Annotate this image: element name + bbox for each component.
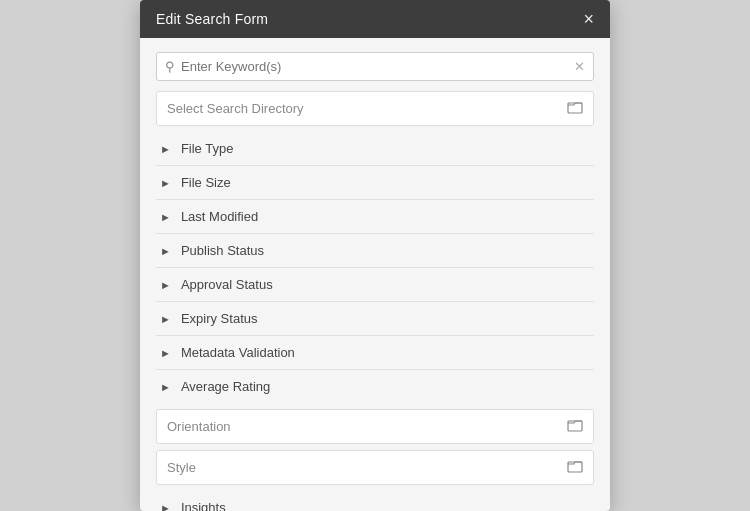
chevron-icon: ► (160, 502, 171, 512)
directory-placeholder: Select Search Directory (167, 101, 304, 116)
search-icon: ⚲ (165, 59, 175, 74)
close-button[interactable]: × (583, 10, 594, 28)
clear-icon[interactable]: ✕ (574, 59, 585, 74)
chevron-icon: ► (160, 177, 171, 189)
style-placeholder: Style (167, 460, 196, 475)
filter-label: Last Modified (181, 209, 258, 224)
chevron-icon: ► (160, 143, 171, 155)
filter-label: Metadata Validation (181, 345, 295, 360)
keyword-search-row[interactable]: ⚲ ✕ (156, 52, 594, 81)
modal-body: ⚲ ✕ Select Search Directory ► File Type (140, 38, 610, 511)
filter-item-last-modified[interactable]: ► Last Modified (156, 200, 594, 234)
edit-search-form-modal: Edit Search Form × ⚲ ✕ Select Search Dir… (140, 0, 610, 511)
filter-label: File Size (181, 175, 231, 190)
filter-label: File Type (181, 141, 234, 156)
orientation-select-icon (567, 417, 583, 436)
directory-icon (567, 99, 583, 118)
filter-list-bottom: ► Insights ► Video Format ► Usage Score … (156, 491, 594, 511)
orientation-placeholder: Orientation (167, 419, 231, 434)
chevron-icon: ► (160, 279, 171, 291)
filter-item-approval-status[interactable]: ► Approval Status (156, 268, 594, 302)
filter-item-insights[interactable]: ► Insights (156, 491, 594, 511)
chevron-icon: ► (160, 313, 171, 325)
filter-label: Expiry Status (181, 311, 258, 326)
filter-label: Publish Status (181, 243, 264, 258)
style-select-row[interactable]: Style (156, 450, 594, 485)
filter-item-average-rating[interactable]: ► Average Rating (156, 370, 594, 403)
modal-header: Edit Search Form × (140, 0, 610, 38)
keyword-search-input[interactable] (181, 59, 574, 74)
orientation-select-row[interactable]: Orientation (156, 409, 594, 444)
filter-item-expiry-status[interactable]: ► Expiry Status (156, 302, 594, 336)
filter-item-metadata-validation[interactable]: ► Metadata Validation (156, 336, 594, 370)
filter-label: Average Rating (181, 379, 270, 394)
chevron-icon: ► (160, 347, 171, 359)
chevron-icon: ► (160, 245, 171, 257)
modal-overlay: Edit Search Form × ⚲ ✕ Select Search Dir… (0, 0, 750, 511)
modal-title: Edit Search Form (156, 11, 268, 27)
filter-item-publish-status[interactable]: ► Publish Status (156, 234, 594, 268)
filter-list-top: ► File Type ► File Size ► Last Modified … (156, 132, 594, 403)
directory-select-row[interactable]: Select Search Directory (156, 91, 594, 126)
filter-label: Approval Status (181, 277, 273, 292)
style-select-icon (567, 458, 583, 477)
chevron-icon: ► (160, 211, 171, 223)
filter-item-file-type[interactable]: ► File Type (156, 132, 594, 166)
chevron-icon: ► (160, 381, 171, 393)
filter-item-file-size[interactable]: ► File Size (156, 166, 594, 200)
filter-label: Insights (181, 500, 226, 511)
